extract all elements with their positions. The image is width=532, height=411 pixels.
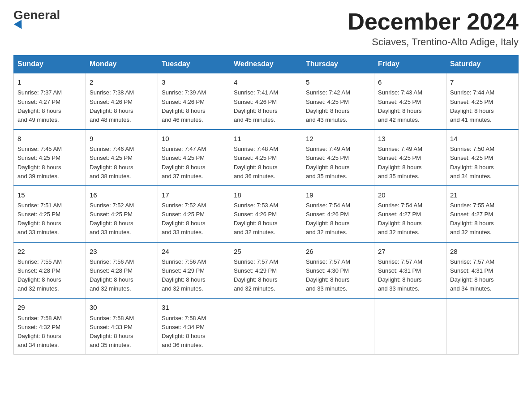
day-number: 2	[90, 77, 154, 87]
calendar-week-row: 22Sunrise: 7:55 AMSunset: 4:28 PMDayligh…	[14, 242, 519, 299]
title-area: December 2024 Sciaves, Trentino-Alto Adi…	[348, 9, 519, 48]
day-number: 17	[162, 190, 226, 200]
day-number: 24	[162, 246, 226, 257]
day-number: 5	[306, 77, 370, 87]
day-info: Sunrise: 7:42 AMSunset: 4:25 PMDaylight:…	[306, 88, 370, 124]
day-number: 7	[450, 77, 515, 87]
calendar-day-empty	[446, 298, 519, 354]
day-number: 15	[17, 190, 82, 200]
day-info: Sunrise: 7:57 AMSunset: 4:31 PMDaylight:…	[450, 257, 515, 294]
calendar-day-28: 28Sunrise: 7:57 AMSunset: 4:31 PMDayligh…	[446, 242, 519, 299]
day-info: Sunrise: 7:58 AMSunset: 4:33 PMDaylight:…	[90, 314, 154, 350]
calendar-day-15: 15Sunrise: 7:51 AMSunset: 4:25 PMDayligh…	[14, 186, 86, 242]
day-info: Sunrise: 7:49 AMSunset: 4:25 PMDaylight:…	[306, 145, 370, 181]
day-info: Sunrise: 7:53 AMSunset: 4:26 PMDaylight:…	[234, 201, 298, 237]
day-number: 12	[306, 133, 370, 144]
day-number: 10	[162, 133, 226, 144]
calendar-day-30: 30Sunrise: 7:58 AMSunset: 4:33 PMDayligh…	[86, 298, 158, 354]
weekday-header-thursday: Thursday	[302, 56, 374, 73]
day-info: Sunrise: 7:57 AMSunset: 4:30 PMDaylight:…	[306, 257, 370, 294]
day-info: Sunrise: 7:50 AMSunset: 4:25 PMDaylight:…	[450, 145, 515, 181]
day-info: Sunrise: 7:52 AMSunset: 4:25 PMDaylight:…	[162, 201, 226, 237]
day-info: Sunrise: 7:37 AMSunset: 4:27 PMDaylight:…	[17, 88, 82, 124]
day-number: 27	[378, 246, 442, 257]
day-info: Sunrise: 7:56 AMSunset: 4:29 PMDaylight:…	[162, 257, 226, 294]
calendar-day-2: 2Sunrise: 7:38 AMSunset: 4:26 PMDaylight…	[86, 73, 158, 129]
calendar-day-17: 17Sunrise: 7:52 AMSunset: 4:25 PMDayligh…	[158, 186, 230, 242]
day-number: 4	[234, 77, 298, 87]
calendar-day-3: 3Sunrise: 7:39 AMSunset: 4:26 PMDaylight…	[158, 73, 230, 129]
day-number: 23	[90, 246, 154, 257]
logo-triangle-icon	[14, 20, 26, 31]
day-info: Sunrise: 7:55 AMSunset: 4:27 PMDaylight:…	[450, 201, 515, 237]
calendar-week-row: 8Sunrise: 7:45 AMSunset: 4:25 PMDaylight…	[14, 129, 519, 186]
weekday-header-saturday: Saturday	[446, 56, 519, 73]
day-number: 13	[378, 133, 442, 144]
calendar-day-4: 4Sunrise: 7:41 AMSunset: 4:26 PMDaylight…	[230, 73, 302, 129]
logo-general-text: General	[13, 9, 60, 21]
calendar-day-5: 5Sunrise: 7:42 AMSunset: 4:25 PMDaylight…	[302, 73, 374, 129]
calendar-day-1: 1Sunrise: 7:37 AMSunset: 4:27 PMDaylight…	[14, 73, 86, 129]
calendar-day-12: 12Sunrise: 7:49 AMSunset: 4:25 PMDayligh…	[302, 129, 374, 186]
calendar-day-11: 11Sunrise: 7:48 AMSunset: 4:25 PMDayligh…	[230, 129, 302, 186]
day-number: 31	[162, 302, 226, 313]
day-info: Sunrise: 7:55 AMSunset: 4:28 PMDaylight:…	[17, 257, 82, 294]
calendar-day-empty	[374, 298, 446, 354]
day-number: 9	[90, 133, 154, 144]
day-number: 20	[378, 190, 442, 200]
day-info: Sunrise: 7:57 AMSunset: 4:29 PMDaylight:…	[234, 257, 298, 294]
weekday-row: SundayMondayTuesdayWednesdayThursdayFrid…	[14, 56, 519, 73]
calendar-day-22: 22Sunrise: 7:55 AMSunset: 4:28 PMDayligh…	[14, 242, 86, 299]
calendar-day-23: 23Sunrise: 7:56 AMSunset: 4:28 PMDayligh…	[86, 242, 158, 299]
calendar-day-6: 6Sunrise: 7:43 AMSunset: 4:25 PMDaylight…	[374, 73, 446, 129]
location-title: Sciaves, Trentino-Alto Adige, Italy	[348, 36, 519, 48]
weekday-header-friday: Friday	[374, 56, 446, 73]
calendar-header: SundayMondayTuesdayWednesdayThursdayFrid…	[14, 56, 519, 73]
page-header: General December 2024 Sciaves, Trentino-…	[13, 9, 519, 48]
day-number: 3	[162, 77, 226, 87]
day-number: 21	[450, 190, 515, 200]
calendar-day-31: 31Sunrise: 7:58 AMSunset: 4:34 PMDayligh…	[158, 298, 230, 354]
calendar-day-16: 16Sunrise: 7:52 AMSunset: 4:25 PMDayligh…	[86, 186, 158, 242]
weekday-header-wednesday: Wednesday	[230, 56, 302, 73]
day-info: Sunrise: 7:54 AMSunset: 4:26 PMDaylight:…	[306, 201, 370, 237]
day-info: Sunrise: 7:39 AMSunset: 4:26 PMDaylight:…	[162, 88, 226, 124]
day-info: Sunrise: 7:48 AMSunset: 4:25 PMDaylight:…	[234, 145, 298, 181]
calendar-day-27: 27Sunrise: 7:57 AMSunset: 4:31 PMDayligh…	[374, 242, 446, 299]
calendar-day-21: 21Sunrise: 7:55 AMSunset: 4:27 PMDayligh…	[446, 186, 519, 242]
day-number: 18	[234, 190, 298, 200]
day-info: Sunrise: 7:47 AMSunset: 4:25 PMDaylight:…	[162, 145, 226, 181]
day-number: 28	[450, 246, 515, 257]
calendar-day-empty	[302, 298, 374, 354]
day-number: 6	[378, 77, 442, 87]
logo: General	[13, 9, 60, 30]
day-number: 22	[17, 246, 82, 257]
day-number: 11	[234, 133, 298, 144]
weekday-header-monday: Monday	[86, 56, 158, 73]
calendar-week-row: 15Sunrise: 7:51 AMSunset: 4:25 PMDayligh…	[14, 186, 519, 242]
day-info: Sunrise: 7:51 AMSunset: 4:25 PMDaylight:…	[17, 201, 82, 237]
day-number: 25	[234, 246, 298, 257]
month-title: December 2024	[348, 9, 519, 34]
calendar-day-9: 9Sunrise: 7:46 AMSunset: 4:25 PMDaylight…	[86, 129, 158, 186]
day-info: Sunrise: 7:58 AMSunset: 4:32 PMDaylight:…	[17, 314, 82, 350]
day-info: Sunrise: 7:58 AMSunset: 4:34 PMDaylight:…	[162, 314, 226, 350]
weekday-header-tuesday: Tuesday	[158, 56, 230, 73]
calendar-day-24: 24Sunrise: 7:56 AMSunset: 4:29 PMDayligh…	[158, 242, 230, 299]
calendar-day-10: 10Sunrise: 7:47 AMSunset: 4:25 PMDayligh…	[158, 129, 230, 186]
day-number: 19	[306, 190, 370, 200]
day-number: 16	[90, 190, 154, 200]
day-number: 30	[90, 302, 154, 313]
day-number: 8	[17, 133, 82, 144]
calendar-day-7: 7Sunrise: 7:44 AMSunset: 4:25 PMDaylight…	[446, 73, 519, 129]
calendar-day-25: 25Sunrise: 7:57 AMSunset: 4:29 PMDayligh…	[230, 242, 302, 299]
day-info: Sunrise: 7:41 AMSunset: 4:26 PMDaylight:…	[234, 88, 298, 124]
logo-blue-text	[13, 21, 24, 30]
calendar-day-26: 26Sunrise: 7:57 AMSunset: 4:30 PMDayligh…	[302, 242, 374, 299]
day-info: Sunrise: 7:56 AMSunset: 4:28 PMDaylight:…	[90, 257, 154, 294]
day-number: 26	[306, 246, 370, 257]
day-info: Sunrise: 7:44 AMSunset: 4:25 PMDaylight:…	[450, 88, 515, 124]
calendar-week-row: 29Sunrise: 7:58 AMSunset: 4:32 PMDayligh…	[14, 298, 519, 354]
calendar-day-13: 13Sunrise: 7:49 AMSunset: 4:25 PMDayligh…	[374, 129, 446, 186]
day-info: Sunrise: 7:43 AMSunset: 4:25 PMDaylight:…	[378, 88, 442, 124]
